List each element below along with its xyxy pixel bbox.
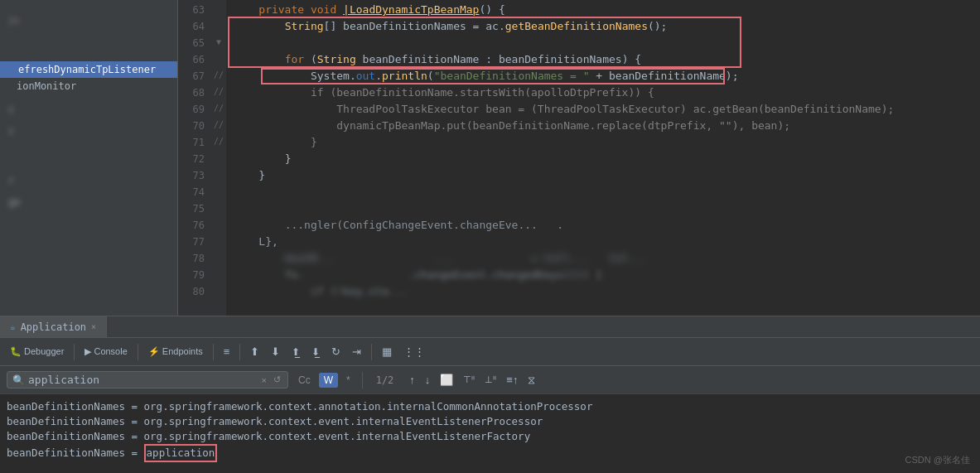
console-button[interactable]: ▶ Console [81, 345, 130, 359]
down-button[interactable]: ⬇ [268, 344, 283, 360]
watermark: CSDN @张名佳 [905, 454, 970, 466]
sidebar-item-ge[interactable]: ge [0, 194, 177, 210]
main-code: 6364656667 6869707172 7374757677 787980 … [178, 0, 980, 316]
filter-button[interactable]: ⧖ [524, 372, 539, 389]
code-line-65 [233, 35, 980, 51]
separator-search [362, 372, 363, 389]
sidebar-item-refresh[interactable]: efreshDynamicTpListener [0, 61, 177, 78]
separator-2 [138, 344, 138, 360]
application-tab[interactable]: ☕ Application × [0, 316, 107, 337]
whole-word-button[interactable]: W [319, 373, 338, 388]
search-options: Cc W * [293, 373, 355, 388]
expand-button[interactable]: ≡↑ [502, 372, 522, 388]
clear-search-button[interactable]: × [260, 375, 268, 385]
gutter: ▼ // // // // // [211, 0, 226, 316]
code-line-78: HashM... ... = Coll... Col... [233, 250, 980, 267]
split-down-button[interactable]: ⊤ᴵᴵ [459, 373, 479, 387]
next-match-button[interactable]: ↓ [421, 372, 435, 388]
separator-4 [239, 344, 240, 360]
case-sensitive-button[interactable]: Cc [293, 373, 316, 388]
output-line-2: beanDefinitionNames = org.springframewor… [7, 414, 973, 429]
debugger-button[interactable]: 🐛 Debugger [7, 345, 67, 359]
prev-match-button[interactable]: ↑ [405, 372, 419, 388]
sidebar-item-c2[interactable]: c [0, 123, 177, 139]
output-area: beanDefinitionNames = org.springframewor… [0, 394, 980, 473]
columns-button[interactable]: ⋮⋮ [400, 344, 428, 360]
code-line-76: ...ngler(ConfigChangeEvent.changeEve... … [233, 217, 980, 234]
search-input[interactable] [28, 374, 257, 386]
sidebar-item-c1[interactable]: c [0, 101, 177, 118]
endpoints-button[interactable]: ⚡ Endpoints [145, 345, 206, 359]
match-count: 1/2 [369, 374, 401, 386]
tab-label: Application [21, 321, 86, 333]
down-anchor-button[interactable]: ⬇̲ [308, 345, 323, 360]
separator-3 [213, 344, 214, 360]
sidebar-item-r[interactable]: r [0, 172, 177, 189]
code-content: private void |LoadDynamicTpBeanMap() { S… [226, 0, 980, 316]
output-line-3: beanDefinitionNames = org.springframewor… [7, 429, 973, 444]
tab-bar: ☕ Application × [0, 316, 980, 338]
output-line-1: beanDefinitionNames = org.springframewor… [7, 399, 973, 414]
separator-5 [371, 344, 372, 360]
code-line-63: private void |LoadDynamicTpBeanMap() { [233, 2, 980, 18]
list-icon-button[interactable]: ≡ [220, 344, 234, 360]
toolbar: 🐛 Debugger ▶ Console ⚡ Endpoints ≡ ⬆ ⬇ ⬆… [0, 338, 980, 366]
regex-button[interactable]: * [341, 373, 355, 388]
history-button[interactable]: ↺ [272, 374, 282, 385]
code-line-70: dynamicTpBeanMap.put(beanDefinitionName.… [233, 118, 980, 134]
code-line-79: fo. .changeEvent.changedKeys())) { [233, 267, 980, 283]
sidebar-item-monitor[interactable]: ionMonitor [0, 78, 177, 94]
split-up-button[interactable]: ⊥ᴵᴵ [480, 373, 500, 387]
code-line-66: for (String beanDefinitionName : beanDef… [233, 51, 980, 68]
tab-icon: ☕ [10, 321, 16, 332]
code-line-68: if (beanDefinitionName.startsWith(apollo… [233, 84, 980, 101]
bottom-panel: 🐛 Debugger ▶ Console ⚡ Endpoints ≡ ⬆ ⬇ ⬆… [0, 338, 980, 473]
refresh-button[interactable]: ↻ [328, 344, 344, 360]
code-line-67: System.out.println("beanDefinitionNames … [233, 68, 980, 84]
code-line-80: if (!key.sta... [233, 283, 980, 300]
code-line-72: } [233, 151, 980, 167]
code-line-74 [233, 184, 980, 200]
wrap-button[interactable]: ⬜ [436, 372, 457, 388]
search-input-wrapper: 🔍 × ↺ [7, 371, 288, 389]
sidebar-item-1[interactable]: js [0, 12, 177, 28]
up-button[interactable]: ⬆ [247, 344, 263, 360]
separator-1 [74, 344, 75, 360]
sidebar: js efreshDynamicTpListener ionMonitor c … [0, 0, 178, 316]
code-line-77: L}, [233, 234, 980, 250]
up-anchor-button[interactable]: ⬆̲ [288, 345, 303, 360]
highlighted-match: application [144, 444, 218, 462]
code-line-73: } [233, 167, 980, 184]
tab-btn[interactable]: ⇥ [349, 344, 364, 360]
code-line-75 [233, 200, 980, 217]
nav-buttons: ↑ ↓ ⬜ ⊤ᴵᴵ ⊥ᴵᴵ ≡↑ ⧖ [405, 372, 539, 389]
code-line-64: String[] beanDefinitionNames = ac.getBea… [233, 18, 980, 35]
editor-area: js efreshDynamicTpListener ionMonitor c … [0, 0, 980, 316]
code-line-71: } [233, 134, 980, 151]
grid-button[interactable]: ▦ [379, 344, 395, 360]
line-numbers: 6364656667 6869707172 7374757677 787980 [178, 0, 211, 316]
search-magnifier-icon: 🔍 [12, 374, 25, 386]
output-line-4: beanDefinitionNames = application [7, 444, 973, 462]
code-line-69: ThreadPoolTaskExecutor bean = (ThreadPoo… [233, 101, 980, 118]
search-bar: 🔍 × ↺ Cc W * 1/2 ↑ ↓ ⬜ ⊤ᴵᴵ ⊥ᴵᴵ ≡↑ ⧖ [0, 366, 980, 394]
close-icon[interactable]: × [91, 322, 96, 331]
